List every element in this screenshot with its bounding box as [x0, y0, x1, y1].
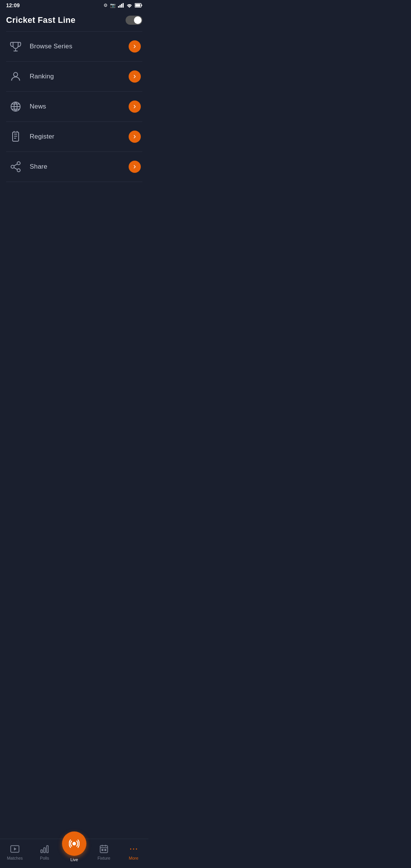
arrow-right-icon [132, 164, 137, 169]
browse-series-icon-wrap [8, 38, 24, 54]
ranking-icon-wrap [8, 69, 24, 85]
news-label: News [30, 103, 129, 110]
share-icon-wrap [8, 159, 24, 175]
arrow-right-icon [132, 44, 137, 49]
svg-rect-5 [135, 4, 140, 7]
svg-rect-2 [121, 4, 122, 8]
ranking-arrow[interactable] [129, 70, 141, 83]
browse-series-arrow[interactable] [129, 40, 141, 53]
menu-item-ranking[interactable]: Ranking [0, 62, 148, 91]
svg-point-7 [14, 72, 18, 77]
svg-point-12 [17, 169, 20, 172]
app-header: Cricket Fast Line [0, 11, 148, 31]
ranking-label: Ranking [30, 73, 129, 80]
share-icon [10, 161, 22, 173]
news-icon-wrap [8, 99, 24, 115]
settings-icon: ⚙ [104, 3, 108, 8]
svg-point-10 [17, 162, 20, 165]
main-content: Browse Series Ranking [0, 31, 148, 216]
status-time: 12:09 [6, 2, 20, 8]
person-icon [10, 70, 22, 83]
arrow-right-icon [132, 74, 137, 79]
register-icon-wrap [8, 129, 24, 145]
camera-icon: 📷 [110, 3, 116, 8]
register-arrow[interactable] [129, 131, 141, 143]
menu-item-share[interactable]: Share [0, 152, 148, 182]
trophy-icon [10, 40, 22, 53]
share-arrow[interactable] [129, 161, 141, 173]
svg-rect-9 [13, 132, 19, 141]
menu-item-register[interactable]: Register [0, 122, 148, 152]
status-bar: 12:09 ⚙ 📷 [0, 0, 148, 11]
svg-rect-6 [142, 5, 142, 6]
svg-rect-1 [119, 5, 121, 8]
arrow-right-icon [132, 104, 137, 109]
browse-series-label: Browse Series [30, 43, 129, 50]
arrow-right-icon [132, 134, 137, 139]
divider-5 [6, 182, 142, 182]
page-title: Cricket Fast Line [6, 15, 75, 25]
news-arrow[interactable] [129, 101, 141, 113]
register-label: Register [30, 133, 129, 140]
battery-icon [135, 3, 142, 8]
wifi-icon [126, 3, 132, 8]
news-icon [10, 101, 22, 113]
theme-toggle[interactable] [126, 16, 142, 25]
menu-item-browse-series[interactable]: Browse Series [0, 32, 148, 61]
svg-rect-3 [123, 3, 124, 8]
menu-item-news[interactable]: News [0, 92, 148, 121]
svg-point-11 [11, 165, 14, 168]
share-label: Share [30, 163, 129, 171]
register-icon [10, 131, 22, 143]
svg-rect-0 [118, 6, 119, 8]
status-icons: ⚙ 📷 [104, 3, 142, 8]
signal-icon [118, 3, 124, 8]
